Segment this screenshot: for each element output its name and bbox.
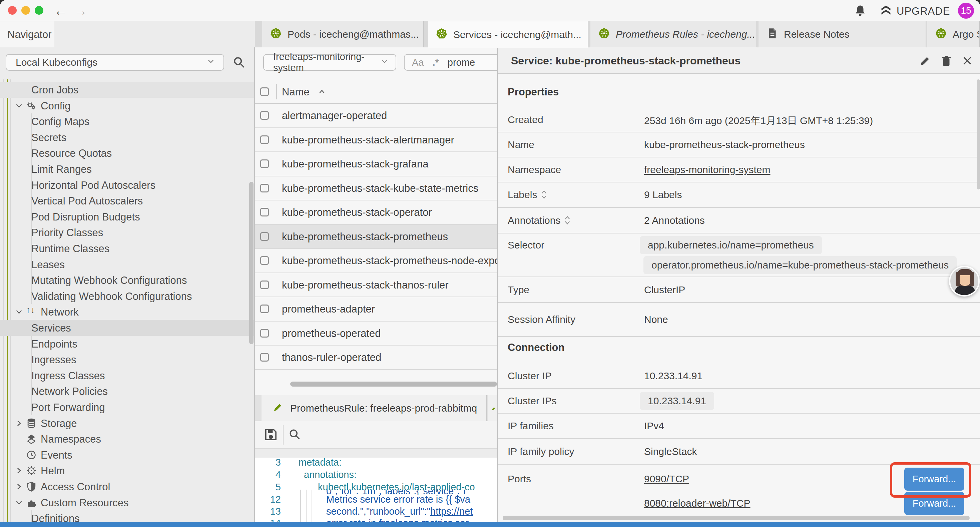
sidebar-item-network-policies[interactable]: Network Policies [0, 383, 254, 399]
detail-label: IP families [508, 420, 554, 431]
row-checkbox[interactable] [260, 353, 269, 361]
detail-row-session-affinity: Session AffinityNone [498, 303, 980, 337]
table-row-kube-prometheus-stack-grafana[interactable]: kube-prometheus-stack-grafana [255, 152, 497, 177]
editor-tab-partial[interactable] [488, 395, 497, 421]
row-checkbox[interactable] [260, 184, 269, 193]
sidebar-item-config-maps[interactable]: Config Maps [0, 113, 254, 129]
row-checkbox[interactable] [260, 232, 269, 241]
table-row-kube-prometheus-stack-prometheus[interactable]: kube-prometheus-stack-prometheus [255, 225, 497, 249]
tab-release[interactable]: Release Notes [759, 21, 926, 47]
sidebar-item-mutating-webhook-configurations[interactable]: Mutating Webhook Configurations [0, 272, 254, 288]
sidebar-search-icon[interactable] [232, 56, 246, 70]
table-row-alertmanager-operated[interactable]: alertmanager-operated [255, 104, 497, 128]
sidebar-item-ingress-classes[interactable]: Ingress Classes [0, 368, 254, 384]
notification-count-badge[interactable]: 15 [958, 3, 974, 19]
table-row-kube-prometheus-stack-alertmanager[interactable]: kube-prometheus-stack-alertmanager [255, 128, 497, 153]
sidebar-item-namespaces[interactable]: Namespaces [0, 431, 254, 447]
table-row-kube-prometheus-stack-thanos-ruler[interactable]: kube-prometheus-stack-thanos-ruler [255, 273, 497, 298]
row-checkbox[interactable] [260, 256, 269, 265]
expand-collapse-icon[interactable] [541, 190, 547, 202]
edit-pencil-icon[interactable] [919, 55, 931, 69]
select-all-checkbox[interactable] [260, 88, 269, 96]
sidebar-item-validating-webhook-configurations[interactable]: Validating Webhook Configurations [0, 288, 254, 304]
table-row-prometheus-adapter[interactable]: prometheus-adapter [255, 297, 497, 322]
sidebar-item-port-forwarding[interactable]: Port Forwarding [0, 399, 254, 415]
row-checkbox[interactable] [260, 208, 269, 217]
minimize-window-button[interactable] [21, 6, 30, 15]
table-row-kube-prometheus-stack-prometheus-node-expor[interactable]: kube-prometheus-stack-prometheus-node-ex… [255, 249, 497, 273]
detail-value-link[interactable]: freeleaps-monitoring-system [644, 164, 770, 175]
expand-collapse-icon[interactable] [565, 215, 570, 228]
tab-prometheus[interactable]: Prometheus Rules - icecheng... [590, 21, 757, 47]
yaml-editor[interactable]: 3metadata:4annotations:5kubectl.kubernet… [255, 458, 497, 527]
close-window-button[interactable] [8, 6, 17, 15]
editor-tab-prometheusrule[interactable]: PrometheusRule: freeleaps-prod-rabbitmq [261, 395, 487, 421]
sidebar-item-runtime-classes[interactable]: Runtime Classes [0, 240, 254, 256]
editor-search-icon[interactable] [288, 428, 302, 443]
port-link-8080:reloader-web/TCP[interactable]: 8080:reloader-web/TCP [644, 498, 751, 509]
upgrade-button[interactable]: UPGRADE [880, 4, 950, 19]
sidebar-item-network[interactable]: ↑↓Network [0, 304, 254, 320]
chevron-down-icon[interactable] [15, 498, 23, 509]
match-case-toggle[interactable]: Aa [412, 57, 424, 68]
sidebar-item-services[interactable]: Services [0, 320, 254, 336]
sidebar-item-endpoints[interactable]: Endpoints [0, 336, 254, 352]
row-checkbox[interactable] [260, 329, 269, 338]
port-link-9090/TCP[interactable]: 9090/TCP [644, 473, 689, 485]
sidebar-item-resource-quotas[interactable]: Resource Quotas [0, 145, 254, 161]
save-icon[interactable] [264, 427, 278, 443]
table-row-prometheus-operated[interactable]: prometheus-operated [255, 322, 497, 346]
notifications-bell-icon[interactable] [854, 4, 867, 18]
sidebar-item-pod-disruption-budgets[interactable]: Pod Disruption Budgets [0, 209, 254, 225]
chevron-down-icon[interactable] [15, 307, 23, 319]
chevron-right-icon[interactable] [15, 466, 23, 478]
sidebar-item-access-control[interactable]: Access Control [0, 479, 254, 495]
table-row-kube-prometheus-stack-operator[interactable]: kube-prometheus-stack-operator [255, 201, 497, 225]
tab-argo[interactable]: Argo Se [927, 21, 980, 47]
sort-ascending-icon [318, 88, 326, 96]
row-checkbox[interactable] [260, 111, 269, 120]
row-checkbox[interactable] [260, 135, 269, 144]
sidebar-item-secrets[interactable]: Secrets [0, 129, 254, 145]
sidebar-item-events[interactable]: Events [0, 447, 254, 463]
close-icon[interactable] [961, 55, 973, 68]
name-column-header[interactable]: Name [282, 86, 326, 98]
tab-pods[interactable]: Pods - icecheng@mathmas... [262, 21, 424, 47]
sidebar-scrollbar-thumb[interactable] [249, 182, 253, 344]
sidebar-item-ingresses[interactable]: Ingresses [0, 352, 254, 368]
chevron-right-icon[interactable] [15, 482, 23, 494]
sidebar-item-leases[interactable]: Leases [0, 256, 254, 272]
list-horizontal-scrollbar-thumb[interactable] [290, 382, 497, 387]
kubeconfig-dropdown[interactable]: Local Kubeconfigs [6, 54, 224, 71]
sidebar-item-custom-resources[interactable]: Custom Resources [0, 495, 254, 511]
sidebar-item-horizontal-pod-autoscalers[interactable]: Horizontal Pod Autoscalers [0, 177, 254, 193]
sidebar-item-cron-jobs[interactable]: Cron Jobs [0, 82, 254, 98]
detail-label: IP family policy [508, 446, 574, 457]
tab-services[interactable]: Services - icecheng@math...✕ [428, 21, 588, 48]
zoom-window-button[interactable] [35, 6, 43, 15]
sidebar-item-limit-ranges[interactable]: Limit Ranges [0, 161, 254, 177]
sidebar-item-helm[interactable]: Helm [0, 463, 254, 479]
row-checkbox[interactable] [260, 159, 269, 168]
sidebar-item-priority-classes[interactable]: Priority Classes [0, 224, 254, 240]
shield-icon [26, 481, 37, 495]
row-checkbox[interactable] [260, 304, 269, 313]
chevron-right-icon[interactable] [15, 418, 23, 430]
table-row-thanos-ruler-operated[interactable]: thanos-ruler-operated [255, 345, 497, 370]
back-arrow-icon[interactable]: ← [54, 2, 67, 19]
table-row-kube-prometheus-stack-kube-state-metrics[interactable]: kube-prometheus-stack-kube-state-metrics [255, 177, 497, 201]
chevron-down-icon[interactable] [15, 101, 23, 113]
regex-toggle[interactable]: .* [432, 57, 439, 68]
detail-vertical-scrollbar-thumb[interactable] [977, 80, 980, 189]
detail-horizontal-scrollbar-thumb[interactable] [503, 516, 970, 520]
sidebar-item-vertical-pod-autoscalers[interactable]: Vertical Pod Autoscalers [0, 193, 254, 209]
namespace-dropdown[interactable]: freeleaps-monitoring-system [263, 54, 396, 71]
list-search-input[interactable]: Aa .* prome [404, 54, 497, 71]
sidebar-item-config[interactable]: Config [0, 98, 254, 114]
forward-arrow-icon[interactable]: → [74, 2, 88, 19]
tab-navigator[interactable]: Navigator [0, 21, 54, 48]
delete-trash-icon[interactable] [940, 55, 953, 69]
sidebar-item-storage[interactable]: Storage [0, 415, 254, 431]
row-checkbox[interactable] [260, 280, 269, 289]
user-avatar[interactable] [949, 266, 980, 296]
